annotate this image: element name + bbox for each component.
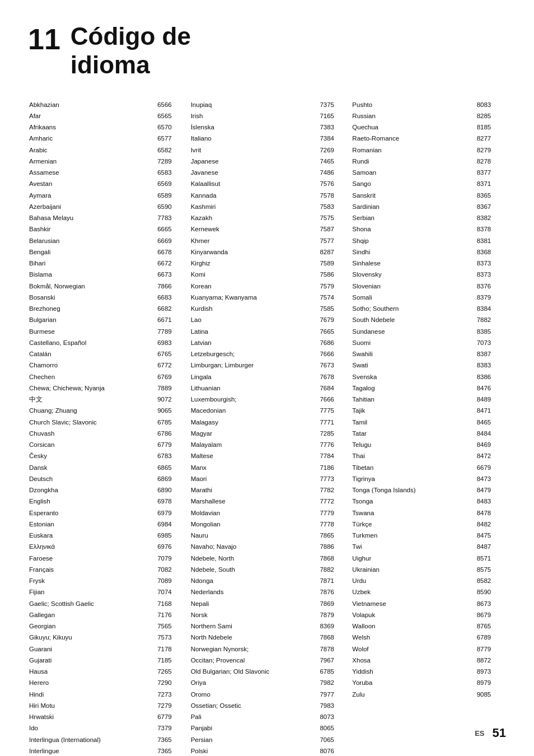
language-name: Chechen	[28, 371, 156, 382]
language-code: 7384	[318, 133, 344, 144]
language-code: 7666	[318, 394, 344, 405]
language-code: 8483	[476, 496, 506, 507]
table-row: Somali8379	[351, 292, 506, 303]
language-code: 7865	[318, 530, 344, 542]
table-row: Hrwatski6779	[28, 712, 183, 723]
language-code: 7273	[156, 689, 182, 700]
table-row: Gujarati7185	[28, 655, 183, 666]
table-row: Esperanto6979	[28, 507, 183, 519]
table-row: Sango8371	[351, 179, 506, 190]
language-name: Tajik	[351, 405, 475, 417]
language-name: Česky	[28, 451, 156, 462]
language-name: Marathi	[190, 485, 319, 496]
table-row: Mongolian7778	[190, 519, 345, 530]
language-name: Shona	[351, 224, 475, 235]
language-code: 7065	[318, 734, 344, 745]
language-name: Catalán	[28, 349, 156, 360]
language-code: 6672	[156, 258, 182, 269]
language-name: Lao	[190, 315, 319, 326]
language-name: Mongolian	[190, 519, 319, 530]
language-name: Latina	[190, 326, 319, 337]
language-name: Norwegian Nynorsk;	[190, 643, 319, 655]
table-row: Bashkir6665	[28, 224, 183, 235]
language-name: Bosanski	[28, 292, 156, 303]
language-name: Pushto	[351, 99, 475, 110]
language-code: 8673	[476, 598, 506, 609]
language-name: Íslenska	[190, 122, 319, 133]
language-name: Ndebele, North	[190, 553, 319, 564]
table-row: Letzeburgesch;7666	[190, 349, 345, 360]
language-code: 7982	[318, 678, 344, 689]
language-code: 6765	[156, 349, 182, 360]
language-code: 7586	[318, 269, 344, 281]
table-row: Korean7579	[190, 281, 345, 292]
language-name: Herero	[28, 678, 156, 689]
language-code: 8076	[318, 745, 344, 756]
language-name: Gallegan	[28, 609, 156, 620]
language-name: Hiri Motu	[28, 700, 156, 711]
footer-bar: ES 51	[475, 726, 506, 740]
language-name: Russian	[351, 110, 475, 122]
table-row: Kinyarwanda8287	[190, 246, 345, 258]
language-name: Ndebele, South	[190, 564, 319, 575]
language-name: Abkhazian	[28, 99, 156, 110]
language-name: Fijian	[28, 587, 156, 598]
language-name: Bengali	[28, 246, 156, 258]
table-row: Azerbaijani6590	[28, 201, 183, 212]
language-name: Chuang; Zhuang	[28, 405, 156, 417]
language-name: Bashkir	[28, 224, 156, 235]
language-name: Limburgan; Limburger	[190, 360, 319, 371]
table-row: Shqip8381	[351, 235, 506, 246]
language-code: 8368	[476, 246, 506, 258]
language-name: Church Slavic; Slavonic	[28, 417, 156, 428]
language-name: Arabic	[28, 144, 156, 156]
table-row: Romanian8279	[351, 144, 506, 156]
language-code: 7678	[318, 371, 344, 382]
table-row: Kalaallisut7576	[190, 179, 345, 190]
language-code: 8465	[476, 417, 506, 428]
table-row: Amharic6577	[28, 133, 183, 144]
language-name: Afrikaans	[28, 122, 156, 133]
language-name: Japanese	[190, 156, 319, 167]
language-name: Kashmiri	[190, 201, 319, 212]
table-row: Arabic6582	[28, 144, 183, 156]
table-row: Interlingue7365	[28, 745, 183, 756]
language-name: Kernewek	[190, 224, 319, 235]
language-name: Lingala	[190, 371, 319, 382]
language-code: 6789	[476, 632, 506, 643]
language-name: Norsk	[190, 609, 319, 620]
language-code: 6890	[156, 485, 182, 496]
table-row: Faroese7079	[28, 553, 183, 564]
table-row: Tajik8471	[351, 405, 506, 417]
language-code: 6984	[156, 519, 182, 530]
language-code: 6682	[156, 304, 182, 315]
table-row: Welsh6789	[351, 632, 506, 643]
language-code: 7589	[318, 258, 344, 269]
column-1: Abkhazian6566Afar6565Afrikaans6570Amhari…	[28, 99, 190, 756]
table-row: Gaelic; Scottish Gaelic7168	[28, 598, 183, 609]
table-row: Macedonian7775	[190, 405, 345, 417]
table-row: Chuvash6786	[28, 428, 183, 439]
table-row: Sardinian8367	[351, 201, 506, 212]
language-code: 8482	[476, 519, 506, 530]
language-code: 8575	[476, 564, 506, 575]
column-2: Inupiaq7375Irish7165Íslenska7383Italiano…	[190, 99, 352, 756]
language-code: 6679	[476, 462, 506, 473]
table-row: Telugu8469	[351, 440, 506, 451]
language-code: 6869	[156, 473, 182, 484]
language-name: Sinhalese	[351, 258, 475, 269]
language-name: Italiano	[190, 133, 319, 144]
language-name: Gaelic; Scottish Gaelic	[28, 598, 156, 609]
language-name: Slovenian	[351, 281, 475, 292]
language-code: 7375	[318, 99, 344, 110]
language-code: 7089	[156, 576, 182, 587]
language-code: 7079	[156, 553, 182, 564]
language-code: 7265	[156, 666, 182, 678]
language-name: Volapuk	[351, 609, 475, 620]
table-row: Chamorro6772	[28, 360, 183, 371]
table-row: Gallegan7176	[28, 609, 183, 620]
language-code: 8278	[476, 156, 506, 167]
language-name: Nepali	[190, 598, 319, 609]
language-code: 8476	[476, 382, 506, 394]
table-row: Hausa7265	[28, 666, 183, 678]
